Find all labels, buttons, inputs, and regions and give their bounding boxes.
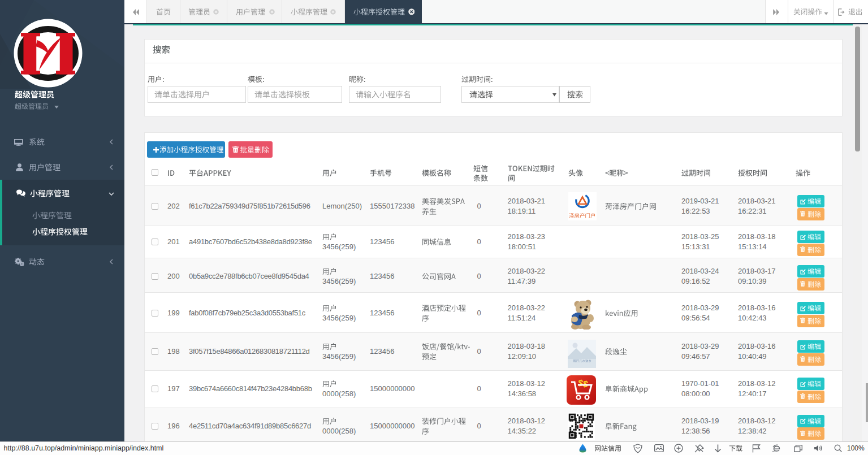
svg-text:$$: $$ bbox=[577, 378, 589, 389]
